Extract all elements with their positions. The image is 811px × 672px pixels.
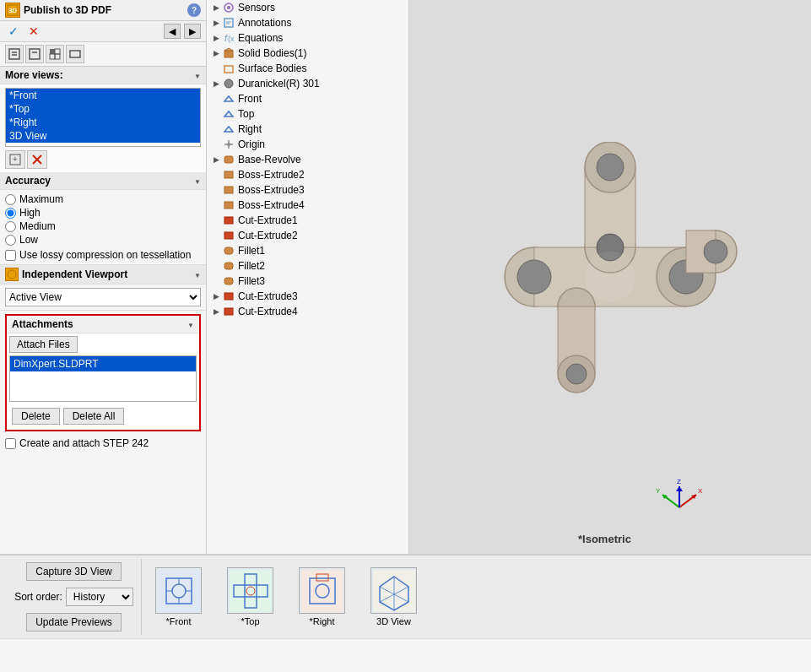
- tree-item-boss-extrude3[interactable]: Boss-Extrude3: [207, 182, 408, 198]
- tree-label-cut-extrude2: Cut-Extrude2: [238, 230, 298, 241]
- svg-marker-29: [224, 111, 233, 117]
- tree-icon-front-plane: [222, 92, 235, 106]
- svg-rect-39: [224, 232, 233, 239]
- views-delete-btn[interactable]: [27, 150, 47, 169]
- publish-header: 3D Publish to 3D PDF ?: [0, 0, 206, 21]
- attach-item-dimxpert[interactable]: DimXpert.SLDPRT: [10, 356, 196, 371]
- toolbar-btn-2[interactable]: [25, 45, 44, 63]
- viewport-section-header[interactable]: Independent Viewport: [0, 265, 206, 285]
- view-item-3dview[interactable]: 3D View: [6, 129, 200, 143]
- cancel-button[interactable]: ✕: [25, 24, 42, 39]
- tree-label-origin: Origin: [238, 138, 265, 150]
- accuracy-high[interactable]: High: [5, 207, 201, 219]
- attach-list[interactable]: DimXpert.SLDPRT: [9, 355, 197, 402]
- thumbnail-img-top: [227, 567, 273, 614]
- thumbnail-img-front: [155, 567, 202, 614]
- tree-icon-fillet3: [222, 274, 235, 288]
- attachments-label: Attachments: [12, 318, 73, 330]
- publish-title: Publish to 3D PDF: [24, 4, 184, 16]
- views-list[interactable]: *Front *Top *Right 3D View: [5, 88, 201, 147]
- tree-item-material[interactable]: ▶ Duranickel(R) 301: [207, 76, 408, 91]
- tree-item-cut-extrude1[interactable]: Cut-Extrude1: [207, 213, 408, 228]
- tree-item-annotations[interactable]: ▶ Annotations: [207, 15, 408, 30]
- thumbnail-right[interactable]: *Right: [299, 567, 345, 626]
- lossy-compression-checkbox[interactable]: [5, 250, 16, 261]
- toolbar-btn-3[interactable]: [46, 45, 64, 63]
- views-add-btn[interactable]: +: [5, 150, 25, 169]
- tree-item-front-plane[interactable]: Front: [207, 91, 408, 106]
- tree-item-boss-extrude2[interactable]: Boss-Extrude2: [207, 167, 408, 182]
- tree-item-equations[interactable]: ▶ f(x) Equations: [207, 30, 408, 46]
- content-area: ▶ Sensors ▶ Annotations ▶ f(x) Equations: [207, 0, 811, 554]
- delete-all-button[interactable]: Delete All: [63, 408, 125, 425]
- viewport-collapse-icon: [194, 270, 201, 279]
- lossy-compression-checkbox-label[interactable]: Use lossy compression on tessellation: [5, 249, 201, 261]
- thumbnail-top[interactable]: *Top: [227, 567, 273, 626]
- accuracy-medium-radio[interactable]: [5, 221, 16, 232]
- back-button[interactable]: ◀: [164, 24, 181, 39]
- tree-item-cut-extrude2[interactable]: Cut-Extrude2: [207, 228, 408, 243]
- more-views-collapse-icon: [194, 71, 201, 80]
- tree-icon-cut-extrude2: [222, 229, 235, 242]
- tree-item-surface-bodies[interactable]: Surface Bodies: [207, 61, 408, 76]
- confirm-button[interactable]: ✓: [5, 24, 22, 39]
- tree-icon-right-plane: [222, 122, 235, 136]
- accuracy-maximum[interactable]: Maximum: [5, 193, 201, 205]
- svg-rect-44: [224, 308, 233, 315]
- view-item-front[interactable]: *Front: [6, 89, 200, 102]
- tree-item-right-plane[interactable]: Right: [207, 122, 408, 137]
- accuracy-high-label: High: [19, 207, 41, 219]
- accuracy-high-radio[interactable]: [5, 208, 16, 219]
- more-views-section-header[interactable]: More views:: [0, 67, 206, 84]
- thumbnail-label-right: *Right: [310, 616, 335, 626]
- accuracy-maximum-radio[interactable]: [5, 194, 16, 205]
- capture-3d-view-button[interactable]: Capture 3D View: [26, 562, 122, 581]
- feature-tree: ▶ Sensors ▶ Annotations ▶ f(x) Equations: [207, 0, 409, 554]
- thumbnail-img-right: [299, 567, 345, 614]
- tree-label-material: Duranickel(R) 301: [238, 78, 320, 89]
- tree-item-top-plane[interactable]: Top: [207, 106, 408, 122]
- tree-item-cut-extrude4[interactable]: ▶ Cut-Extrude4: [207, 304, 408, 319]
- accuracy-medium-label: Medium: [19, 220, 56, 232]
- sort-order-select[interactable]: History Name Type: [66, 588, 133, 606]
- help-button[interactable]: ?: [187, 3, 201, 17]
- accuracy-section-header[interactable]: Accuracy: [0, 172, 206, 190]
- viewport-label: Independent Viewport: [22, 268, 127, 280]
- step-checkbox[interactable]: [5, 438, 16, 449]
- forward-button[interactable]: ▶: [184, 24, 201, 39]
- attachments-section: Attachments Attach Files DimXpert.SLDPRT…: [5, 314, 201, 431]
- tree-icon-cut-extrude1: [222, 214, 235, 227]
- tree-item-fillet2[interactable]: Fillet2: [207, 258, 408, 274]
- lossy-compression-label: Use lossy compression on tessellation: [19, 249, 191, 261]
- accuracy-low-radio[interactable]: [5, 235, 16, 246]
- tree-item-fillet3[interactable]: Fillet3: [207, 274, 408, 289]
- tree-label-cut-extrude3: Cut-Extrude3: [238, 290, 298, 302]
- tree-item-origin[interactable]: Origin: [207, 137, 408, 152]
- tree-item-fillet1[interactable]: Fillet1: [207, 243, 408, 258]
- tree-icon-equations: f(x): [222, 31, 235, 45]
- 3d-viewport[interactable]: X Y Z *Isometric: [409, 0, 811, 554]
- tree-item-solid-bodies[interactable]: ▶ Solid Bodies(1): [207, 46, 408, 61]
- svg-rect-10: [55, 54, 60, 59]
- accuracy-medium[interactable]: Medium: [5, 220, 201, 232]
- toolbar-btn-4[interactable]: [66, 45, 84, 63]
- tree-item-boss-extrude4[interactable]: Boss-Extrude4: [207, 198, 408, 213]
- attach-files-button[interactable]: Attach Files: [9, 336, 78, 353]
- tree-item-cut-extrude3[interactable]: ▶ Cut-Extrude3: [207, 289, 408, 304]
- tree-icon-fillet2: [222, 259, 235, 273]
- tree-icon-fillet1: [222, 244, 235, 257]
- tree-item-sensors[interactable]: ▶ Sensors: [207, 0, 408, 15]
- tree-item-base-revolve[interactable]: ▶ Base-Revolve: [207, 152, 408, 167]
- toolbar-btn-1[interactable]: [5, 45, 24, 63]
- viewport-select[interactable]: Active View *Front *Top *Right 3D View: [5, 288, 201, 306]
- accuracy-low[interactable]: Low: [5, 234, 201, 246]
- view-item-top[interactable]: *Top: [6, 102, 200, 116]
- svg-rect-11: [70, 51, 80, 57]
- thumbnail-3dview[interactable]: 3D View: [370, 567, 417, 626]
- tree-expand-equations: ▶: [210, 34, 222, 42]
- update-previews-button[interactable]: Update Previews: [26, 613, 122, 631]
- thumbnail-front[interactable]: *Front: [155, 567, 202, 626]
- tree-icon-boss-extrude3: [222, 183, 235, 197]
- delete-button[interactable]: Delete: [12, 408, 60, 425]
- view-item-right[interactable]: *Right: [6, 116, 200, 129]
